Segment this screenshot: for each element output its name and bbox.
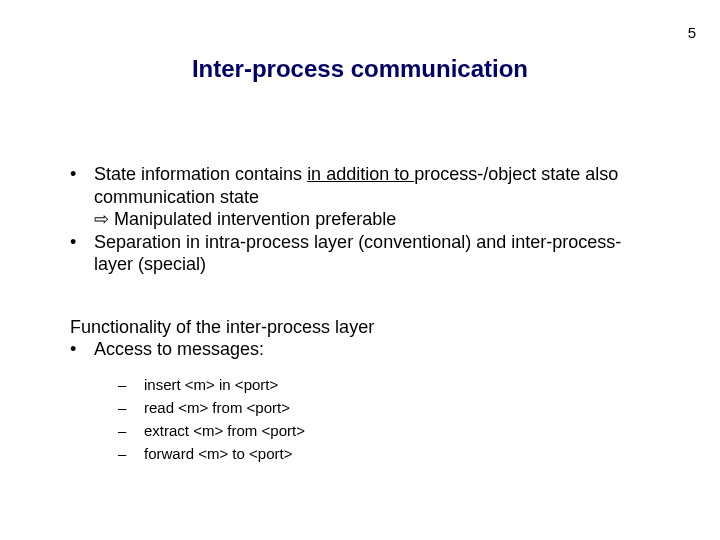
sub-item-text: forward <m> to <port>	[144, 442, 292, 465]
sub-item-text: read <m> from <port>	[144, 396, 290, 419]
dash-icon: –	[118, 396, 144, 419]
list-item: – extract <m> from <port>	[118, 419, 660, 442]
bullet-text: Separation in intra-process layer (conve…	[94, 231, 660, 276]
bullet1-consequence-line: ⇨ Manipulated intervention preferable	[94, 208, 660, 231]
bullet-text: Access to messages:	[94, 338, 660, 361]
arrow-icon: ⇨	[94, 209, 109, 229]
bullet-text: State information contains in addition t…	[94, 163, 660, 208]
list-item: – forward <m> to <port>	[118, 442, 660, 465]
dash-icon: –	[118, 373, 144, 396]
slide-content: • State information contains in addition…	[70, 163, 660, 466]
bullet-item-1: • State information contains in addition…	[70, 163, 660, 208]
bullet-dot-icon: •	[70, 163, 94, 186]
list-item: – read <m> from <port>	[118, 396, 660, 419]
bullet-dot-icon: •	[70, 231, 94, 254]
bullet1-underlined: in addition to	[307, 164, 414, 184]
list-item: – insert <m> in <port>	[118, 373, 660, 396]
section-functionality: Functionality of the inter-process layer…	[70, 316, 660, 466]
bullet1-consequence: Manipulated intervention preferable	[109, 209, 396, 229]
bullet1-pre: State information contains	[94, 164, 307, 184]
dash-icon: –	[118, 442, 144, 465]
page-number: 5	[688, 24, 696, 41]
bullet-dot-icon: •	[70, 338, 94, 361]
section2-heading: Functionality of the inter-process layer	[70, 316, 660, 339]
dash-icon: –	[118, 419, 144, 442]
bullet-item-access: • Access to messages:	[70, 338, 660, 361]
sub-item-text: insert <m> in <port>	[144, 373, 278, 396]
sub-item-text: extract <m> from <port>	[144, 419, 305, 442]
sub-list: – insert <m> in <port> – read <m> from <…	[118, 373, 660, 466]
slide-title: Inter-process communication	[0, 55, 720, 83]
bullet-item-2: • Separation in intra-process layer (con…	[70, 231, 660, 276]
